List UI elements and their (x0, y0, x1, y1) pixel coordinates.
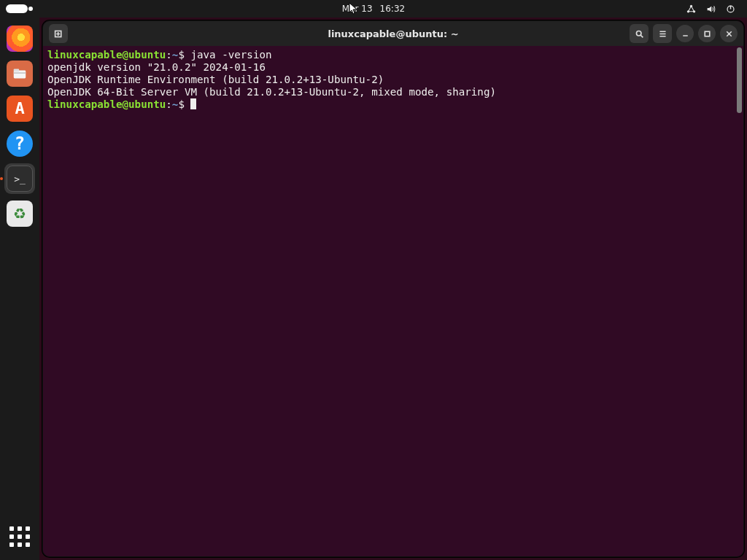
dock: A ? >_ ♻ (0, 18, 39, 560)
new-tab-button[interactable] (49, 24, 68, 43)
window-title: linuxcapable@ubuntu: ~ (328, 28, 458, 39)
terminal-titlebar[interactable]: linuxcapable@ubuntu: ~ (43, 21, 743, 46)
svg-line-12 (640, 35, 643, 37)
minimize-button[interactable] (676, 25, 694, 42)
search-button[interactable] (630, 24, 649, 43)
system-status-area[interactable] (686, 4, 735, 14)
terminal-scrollbar[interactable] (737, 47, 742, 113)
terminal-cursor (190, 98, 196, 109)
show-applications-button[interactable] (0, 526, 39, 547)
terminal-line: linuxcapable@ubuntu:~$ java -version (47, 49, 739, 61)
menu-button[interactable] (653, 24, 672, 43)
maximize-button[interactable] (698, 25, 716, 42)
svg-point-11 (636, 31, 641, 36)
dock-item-software[interactable]: A (4, 93, 35, 124)
network-icon (686, 4, 696, 14)
close-button[interactable] (720, 25, 738, 42)
terminal-window: linuxcapable@ubuntu: ~ linuxcap (42, 20, 744, 557)
dock-item-firefox[interactable] (4, 23, 35, 54)
files-icon (7, 61, 33, 87)
terminal-icon: >_ (7, 166, 33, 192)
dock-item-files[interactable] (4, 58, 35, 89)
help-icon: ? (7, 131, 33, 157)
time-label: 16:32 (380, 4, 406, 14)
terminal-line: linuxcapable@ubuntu:~$ (47, 98, 739, 111)
terminal-line: OpenJDK 64-Bit Server VM (build 21.0.2+1… (47, 86, 739, 98)
activities-button[interactable] (6, 4, 28, 13)
power-icon (726, 4, 735, 14)
firefox-icon (7, 26, 33, 52)
svg-rect-17 (705, 31, 710, 36)
svg-rect-6 (14, 69, 19, 72)
svg-rect-7 (14, 72, 26, 74)
trash-icon: ♻ (7, 201, 33, 227)
terminal-line: openjdk version "21.0.2" 2024-01-16 (47, 61, 739, 74)
grid-icon (9, 526, 30, 547)
dock-item-terminal[interactable]: >_ (4, 163, 35, 194)
volume-icon (706, 4, 716, 14)
software-icon: A (7, 96, 33, 122)
terminal-line: OpenJDK Runtime Environment (build 21.0.… (47, 74, 739, 86)
mouse-cursor (349, 2, 359, 15)
terminal-body[interactable]: linuxcapable@ubuntu:~$ java -versionopen… (43, 46, 743, 556)
dock-item-help[interactable]: ? (4, 128, 35, 159)
top-panel: Mar 13 16:32 (0, 0, 747, 18)
dock-item-trash[interactable]: ♻ (4, 198, 35, 229)
